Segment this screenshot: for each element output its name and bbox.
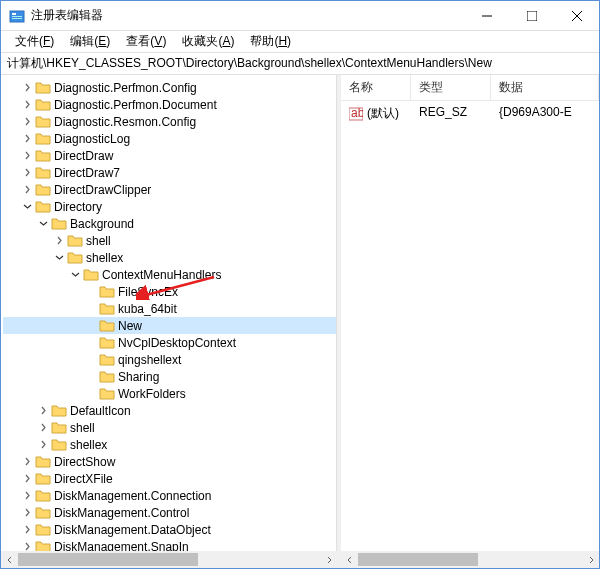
tree-node-n7a2a2[interactable]: kuba_64bit bbox=[3, 300, 336, 317]
tree-label: Diagnostic.Perfmon.Document bbox=[54, 98, 217, 112]
tree-node-n7a2a4[interactable]: NvCplDesktopContext bbox=[3, 334, 336, 351]
tree-node-n7d[interactable]: shellex bbox=[3, 436, 336, 453]
close-button[interactable] bbox=[554, 1, 599, 30]
col-header-data[interactable]: 数据 bbox=[491, 75, 599, 100]
tree-node-n9[interactable]: DirectXFile bbox=[3, 470, 336, 487]
menu-favorites[interactable]: 收藏夹(A) bbox=[174, 31, 242, 52]
tree-hscrollbar[interactable] bbox=[1, 551, 337, 568]
tree-node-n7c[interactable]: shell bbox=[3, 419, 336, 436]
tree-node-n11[interactable]: DiskManagement.Control bbox=[3, 504, 336, 521]
tree-node-n7a2a7[interactable]: WorkFolders bbox=[3, 385, 336, 402]
tree-node-n7a2[interactable]: shellex bbox=[3, 249, 336, 266]
chevron-right-icon[interactable] bbox=[19, 471, 35, 487]
tree-node-n7a2a6[interactable]: Sharing bbox=[3, 368, 336, 385]
tree-label: Diagnostic.Resmon.Config bbox=[54, 115, 196, 129]
app-icon bbox=[9, 8, 25, 24]
tree-label: ContextMenuHandlers bbox=[102, 268, 221, 282]
tree-label: DiagnosticLog bbox=[54, 132, 130, 146]
tree-label: Directory bbox=[54, 200, 102, 214]
menu-file[interactable]: 文件(F) bbox=[7, 31, 62, 52]
tree-label: shellex bbox=[86, 251, 123, 265]
tree-node-n7a2a[interactable]: ContextMenuHandlers bbox=[3, 266, 336, 283]
tree-node-n7a[interactable]: Background bbox=[3, 215, 336, 232]
tree-node-n7[interactable]: Directory bbox=[3, 198, 336, 215]
value-type: REG_SZ bbox=[411, 103, 491, 124]
minimize-button[interactable] bbox=[464, 1, 509, 30]
chevron-right-icon[interactable] bbox=[51, 233, 67, 249]
chevron-right-icon[interactable] bbox=[19, 182, 35, 198]
folder-icon bbox=[35, 81, 51, 95]
scroll-thumb[interactable] bbox=[18, 553, 198, 566]
maximize-button[interactable] bbox=[509, 1, 554, 30]
list-pane[interactable]: 名称 类型 数据 ab (默认) REG_SZ {D969A300-E bbox=[341, 75, 599, 568]
folder-icon bbox=[99, 302, 115, 316]
tree-node-n7b[interactable]: DefaultIcon bbox=[3, 402, 336, 419]
list-hscrollbar[interactable] bbox=[341, 551, 599, 568]
chevron-right-icon[interactable] bbox=[19, 488, 35, 504]
folder-icon bbox=[51, 217, 67, 231]
folder-icon bbox=[35, 183, 51, 197]
tree-node-n4[interactable]: DirectDraw bbox=[3, 147, 336, 164]
chevron-right-icon[interactable] bbox=[19, 165, 35, 181]
scroll-right-button[interactable] bbox=[320, 551, 337, 568]
folder-icon bbox=[99, 370, 115, 384]
tree-node-n8[interactable]: DirectShow bbox=[3, 453, 336, 470]
tree-label: DiskManagement.Control bbox=[54, 506, 189, 520]
scroll-left-button[interactable] bbox=[1, 551, 18, 568]
tree-label: WorkFolders bbox=[118, 387, 186, 401]
chevron-right-icon[interactable] bbox=[19, 80, 35, 96]
value-data: {D969A300-E bbox=[491, 103, 599, 124]
chevron-right-icon[interactable] bbox=[35, 420, 51, 436]
folder-icon bbox=[67, 251, 83, 265]
twisty-empty bbox=[83, 335, 99, 351]
string-value-icon: ab bbox=[349, 107, 363, 121]
col-header-name[interactable]: 名称 bbox=[341, 75, 411, 100]
menu-help[interactable]: 帮助(H) bbox=[242, 31, 299, 52]
menu-edit[interactable]: 编辑(E) bbox=[62, 31, 118, 52]
folder-icon bbox=[35, 149, 51, 163]
tree-node-n5[interactable]: DirectDraw7 bbox=[3, 164, 336, 181]
window-title: 注册表编辑器 bbox=[31, 7, 464, 24]
scroll-left-button[interactable] bbox=[341, 551, 358, 568]
tree-node-n7a2a5[interactable]: qingshellext bbox=[3, 351, 336, 368]
tree-node-n7a1[interactable]: shell bbox=[3, 232, 336, 249]
svg-rect-3 bbox=[12, 18, 22, 19]
menu-view[interactable]: 查看(V) bbox=[118, 31, 174, 52]
tree-node-n7a2a3[interactable]: New bbox=[3, 317, 336, 334]
tree-label: DirectShow bbox=[54, 455, 115, 469]
tree-label: DefaultIcon bbox=[70, 404, 131, 418]
twisty-empty bbox=[83, 352, 99, 368]
tree-node-n0[interactable]: Diagnostic.Perfmon.Config bbox=[3, 79, 336, 96]
tree-node-n2[interactable]: Diagnostic.Resmon.Config bbox=[3, 113, 336, 130]
tree-node-n1[interactable]: Diagnostic.Perfmon.Document bbox=[3, 96, 336, 113]
chevron-down-icon[interactable] bbox=[35, 216, 51, 232]
chevron-right-icon[interactable] bbox=[19, 522, 35, 538]
scroll-thumb[interactable] bbox=[358, 553, 478, 566]
chevron-right-icon[interactable] bbox=[35, 437, 51, 453]
tree-label: shell bbox=[70, 421, 95, 435]
chevron-right-icon[interactable] bbox=[35, 403, 51, 419]
tree-label: DiskManagement.Connection bbox=[54, 489, 211, 503]
tree-node-n12[interactable]: DiskManagement.DataObject bbox=[3, 521, 336, 538]
tree-node-n3[interactable]: DiagnosticLog bbox=[3, 130, 336, 147]
chevron-right-icon[interactable] bbox=[19, 131, 35, 147]
chevron-right-icon[interactable] bbox=[19, 148, 35, 164]
chevron-right-icon[interactable] bbox=[19, 505, 35, 521]
chevron-right-icon[interactable] bbox=[19, 454, 35, 470]
col-header-type[interactable]: 类型 bbox=[411, 75, 491, 100]
chevron-down-icon[interactable] bbox=[67, 267, 83, 283]
tree-node-n10[interactable]: DiskManagement.Connection bbox=[3, 487, 336, 504]
chevron-right-icon[interactable] bbox=[19, 114, 35, 130]
folder-icon bbox=[35, 200, 51, 214]
tree-node-n6[interactable]: DirectDrawClipper bbox=[3, 181, 336, 198]
chevron-down-icon[interactable] bbox=[51, 250, 67, 266]
scroll-right-button[interactable] bbox=[582, 551, 599, 568]
address-input[interactable] bbox=[1, 55, 599, 73]
chevron-down-icon[interactable] bbox=[19, 199, 35, 215]
tree-label: DiskManagement.DataObject bbox=[54, 523, 211, 537]
tree-pane[interactable]: Diagnostic.Perfmon.ConfigDiagnostic.Perf… bbox=[1, 75, 337, 568]
tree-node-n7a2a1[interactable]: FileSyncEx bbox=[3, 283, 336, 300]
list-row[interactable]: ab (默认) REG_SZ {D969A300-E bbox=[341, 101, 599, 126]
chevron-right-icon[interactable] bbox=[19, 97, 35, 113]
folder-icon bbox=[35, 115, 51, 129]
